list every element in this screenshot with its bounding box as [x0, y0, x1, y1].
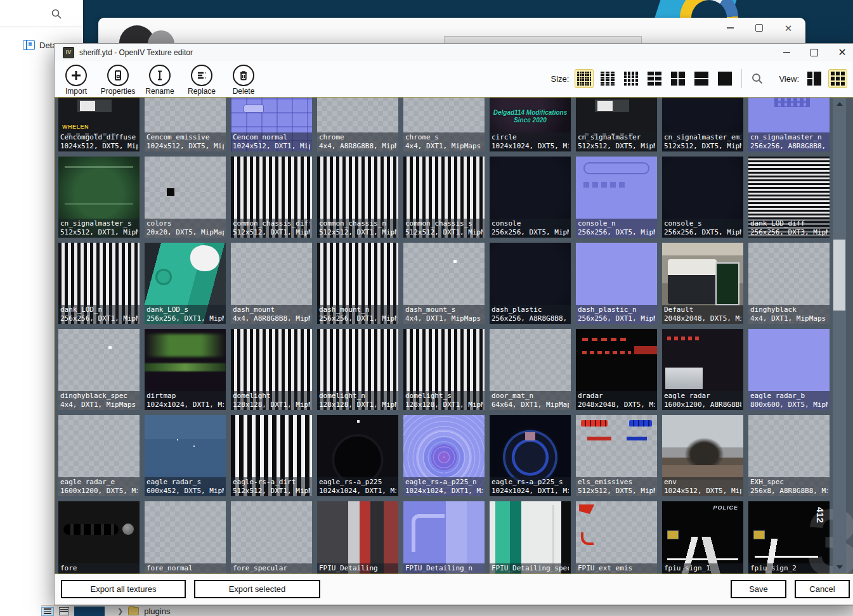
texture-tile[interactable]: console_s256x256, DXT5, MipMaps [662, 157, 743, 238]
texture-tile[interactable]: eagle radar_e1600x1200, DXT5, MipMaps [58, 415, 140, 496]
size-option-grid-large[interactable] [668, 69, 687, 88]
save-button[interactable]: Save [731, 580, 786, 598]
maximize-button[interactable] [800, 44, 828, 61]
texture-tile[interactable]: dank_LOD_diff256x256, DXT3, MipMaps [748, 157, 830, 238]
minimize-button[interactable] [772, 44, 800, 61]
texture-label: Cencomgold_diffuse1024x512, DXT5, MipMap… [58, 132, 140, 151]
texture-tile[interactable]: dank_LOD_n256x256, DXT1, MipMaps [58, 243, 140, 324]
bg-maximize-button[interactable] [753, 22, 765, 34]
texture-tile[interactable]: Cencom_normal1024x512, DXT1, MipMaps [231, 97, 312, 151]
folder-thumbnail[interactable] [74, 606, 105, 616]
texture-tile[interactable]: eagle_rs-a_p225_s1024x1024, DXT1, MipMap… [490, 415, 571, 496]
view-option-details[interactable] [805, 69, 824, 88]
export-all-textures-button[interactable]: Export all textures [61, 580, 186, 598]
texture-tile[interactable]: cn_signalmaster_s512x512, DXT1, MipMaps [58, 157, 140, 238]
texture-tile[interactable]: POLICEfpiu_sign_1 [662, 501, 743, 574]
properties-button[interactable]: Properties [101, 65, 134, 96]
texture-tile[interactable]: door_mat_n64x64, DXT1, MipMaps [490, 329, 571, 410]
texture-tile[interactable]: console_n256x256, DXT5, MipMaps [576, 157, 657, 238]
view-option-thumbnails[interactable] [828, 69, 847, 88]
texture-name: els_emissives [578, 478, 655, 487]
texture-tile[interactable]: eagle_rs-a_p225_n1024x1024, DXT1, MipMap… [403, 415, 485, 496]
texture-tile[interactable]: dinghyblack4x4, DXT1, MipMaps [748, 243, 830, 324]
texture-tile[interactable]: FPIU_ext_emis [576, 501, 657, 574]
bg-close-button[interactable]: ✕ [783, 22, 794, 34]
size-option-single[interactable] [715, 69, 734, 88]
texture-tile[interactable]: Delgad114 ModificationsSince 2020circle1… [490, 97, 571, 151]
import-button[interactable]: Import [60, 65, 93, 96]
texture-tile[interactable]: dirtmap1024x1024, DXT1, MipMaps [145, 329, 226, 410]
texture-tile[interactable]: fore [58, 501, 140, 574]
texture-tile[interactable]: dash_mount4x4, A8R8G8B8, MipMaps [231, 243, 312, 324]
texture-tile[interactable]: dank_LOD_s256x256, DXT1, MipMaps [145, 243, 226, 324]
texture-tile[interactable]: FPIU_Detailing [317, 501, 398, 574]
sidebar-item-details[interactable]: Deta [23, 40, 56, 50]
texture-tile[interactable]: eagle radar1600x1200, A8R8G8B8 [662, 329, 743, 410]
scroll-down-button[interactable] [833, 561, 846, 573]
texture-tile[interactable]: domelight_s128x128, DXT1, MipMaps [403, 329, 485, 410]
texture-tile[interactable]: common_chassis_n512x512, DXT1, MipMaps [317, 157, 398, 238]
size-option-grid-medium[interactable] [645, 69, 664, 88]
texture-tile[interactable]: dash_plastic256x256, A8R8G8B8, MipMaps [490, 243, 571, 324]
cancel-button[interactable]: Cancel [795, 580, 850, 598]
texture-tile[interactable]: eagle_rs-a_p2251024x1024, DXT1, MipMaps [317, 415, 398, 496]
texture-tile[interactable]: common_chassis_s512x512, DXT1, MipMaps [403, 157, 485, 238]
rename-button[interactable]: Rename [143, 65, 176, 96]
texture-name: dash_mount_s [405, 305, 483, 314]
replace-button[interactable]: Replace [185, 65, 218, 96]
texture-tile[interactable]: dradar2048x2048, DXT5, MipMaps [576, 329, 657, 410]
texture-tile[interactable]: EXH_spec256x8, A8R8G8B8, MipMaps [748, 415, 830, 496]
texture-tile[interactable]: dash_mount_n256x256, DXT1, MipMaps [317, 243, 398, 324]
texture-tile[interactable]: chrome_s4x4, DXT1, MipMaps [403, 97, 485, 151]
size-option-grid-small[interactable] [622, 69, 641, 88]
breadcrumb-folder[interactable]: plugins [144, 606, 170, 616]
delete-button[interactable]: Delete [227, 65, 260, 96]
vertical-scrollbar[interactable] [833, 98, 846, 573]
texture-tile[interactable]: Default2048x2048, DXT5, MipMaps [662, 243, 743, 324]
texture-tile[interactable]: cn_signalmaster512x512, DXT5, MipMaps [576, 97, 657, 151]
texture-tile[interactable]: console256x256, DXT5, MipMaps [490, 157, 571, 238]
texture-tile[interactable]: domelight_n128x128, DXT1, MipMaps [317, 329, 398, 410]
scrollbar-thumb[interactable] [833, 240, 845, 311]
size-option-grid-smallest[interactable] [575, 69, 594, 88]
texture-tile[interactable]: cn_signalmaster_emis512x512, DXT5, MipMa… [662, 97, 743, 151]
texture-tile[interactable]: dinghyblack_spec4x4, DXT1, MipMaps [58, 329, 140, 410]
texture-label: eagle radar1600x1200, A8R8G8B8 [662, 391, 743, 410]
texture-search-button[interactable] [749, 70, 765, 87]
texture-tile[interactable]: common_chassis_diff512x512, DXT1, MipMap… [231, 157, 312, 238]
texture-tile[interactable]: cn_signalmaster_n256x256, A8R8G8B8, MipM… [748, 97, 830, 151]
size-option-grid-small-cols[interactable] [598, 69, 617, 88]
bg-minimize-button[interactable] [724, 22, 736, 34]
texture-tile[interactable]: env1024x512, DXT5, MipMaps [662, 415, 743, 496]
texture-tile[interactable]: colors20x20, DXT5, MipMaps [145, 157, 226, 238]
texture-tile[interactable]: FPIU_Detailing_spec [490, 501, 571, 574]
texture-tile[interactable]: dash_mount_s4x4, DXT1, MipMaps [403, 243, 485, 324]
close-button[interactable]: ✕ [828, 44, 853, 61]
export-selected-button[interactable]: Export selected [194, 580, 320, 598]
scroll-up-button[interactable] [833, 98, 846, 110]
texture-name: eagle radar [664, 392, 741, 401]
texture-tile[interactable]: eagle radar_s600x452, DXT5, MipMaps [145, 415, 226, 496]
texture-info: 256x256, DXT3, MipMaps [750, 228, 828, 237]
texture-info: 600x452, DXT5, MipMaps [147, 487, 224, 496]
texture-tile[interactable]: domelight128x128, DXT1, MipMaps [231, 329, 312, 410]
texture-tile[interactable]: fore_specular [231, 501, 312, 574]
texture-tile[interactable]: dash_plastic_n256x256, DXT1, MipMaps [576, 243, 657, 324]
list-view-icon[interactable] [41, 607, 54, 616]
texture-tile[interactable]: Cencom_emissive1024x512, DXT5, MipMaps [145, 97, 226, 151]
texture-info: 256x256, A8R8G8B8, MipMaps [750, 142, 828, 151]
window-view-icon[interactable] [59, 607, 69, 615]
texture-name: Default [664, 305, 741, 314]
texture-tile[interactable]: WHELENCencomgold_diffuse1024x512, DXT5, … [58, 97, 140, 151]
texture-name: console_s [664, 219, 741, 228]
texture-tile[interactable]: els_emissives512x512, DXT5, MipMaps [576, 415, 657, 496]
texture-tile[interactable]: FPIU_Detailing_n [403, 501, 485, 574]
size-option-grid-xlarge[interactable] [692, 69, 711, 88]
texture-tile[interactable]: eagle radar_b800x600, DXT5, MipMaps [748, 329, 830, 410]
texture-tile[interactable]: 412fpiu_sign_2 [748, 501, 830, 574]
texture-tile[interactable]: eagle-rs-a_dirt512x512, DXT1, MipMaps [231, 415, 312, 496]
texture-tile[interactable]: fore_normal [145, 501, 226, 574]
search-icon[interactable] [51, 8, 62, 20]
texture-tile[interactable]: chrome4x4, A8R8G8B8, MipMaps [317, 97, 398, 151]
texture-name: dash_mount_n [319, 305, 396, 314]
